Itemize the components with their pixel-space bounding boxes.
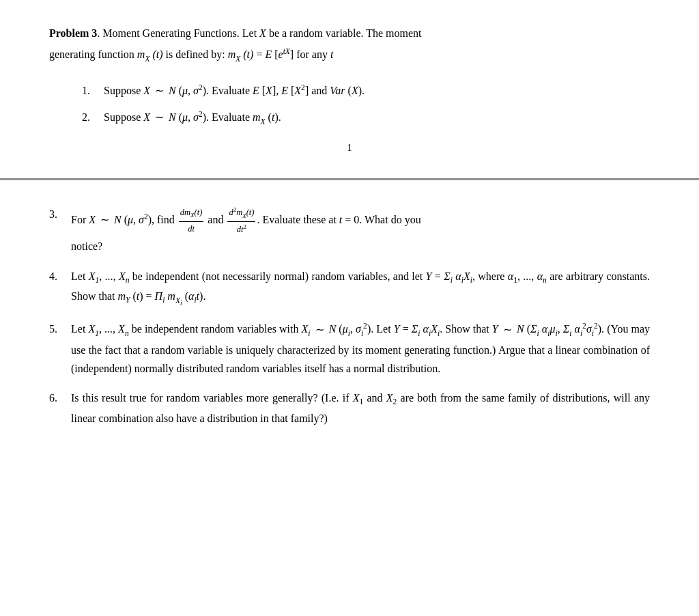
page-number: 1 xyxy=(49,142,650,154)
mx-def: m xyxy=(137,48,145,60)
bracket-close: ] xyxy=(290,48,294,60)
item-1-content: Suppose X ∼ N (μ, σ2). Evaluate E [X], E… xyxy=(104,81,365,100)
item-num-1: 1. xyxy=(82,81,98,100)
list-item-1: 1. Suppose X ∼ N (μ, σ2). Evaluate E [X]… xyxy=(82,81,650,100)
item-num-6: 6. xyxy=(49,389,66,407)
for-any-t: for any xyxy=(296,48,330,60)
items-list: 1. Suppose X ∼ N (μ, σ2). Evaluate E [X]… xyxy=(49,81,650,129)
list-item-5: 5. Let X1, ..., Xn be independent random… xyxy=(49,320,650,377)
equals: = xyxy=(256,48,265,60)
var-t: t xyxy=(330,48,333,60)
list-item-3: 3. For X ∼ N (μ, σ2), find dmX(t) dt and… xyxy=(49,205,650,255)
item-num-5: 5. xyxy=(49,320,66,338)
page-num-text: 1 xyxy=(347,142,352,153)
intro-gen: generating function xyxy=(49,48,137,60)
item-2-content: Suppose X ∼ N (μ, σ2). Evaluate mX (t). xyxy=(104,108,281,128)
mx-eq: m xyxy=(228,48,236,60)
problem-label: Problem 3 xyxy=(49,27,97,39)
intro-line-1: Problem 3. Moment Generating Functions. … xyxy=(49,25,650,42)
bottom-items-list: 3. For X ∼ N (μ, σ2), find dmX(t) dt and… xyxy=(49,205,650,428)
intro-be: be a random variable. The moment xyxy=(269,27,422,39)
item-num-2: 2. xyxy=(82,108,98,126)
intro-defined: is defined by: xyxy=(166,48,228,60)
item-num-3: 3. xyxy=(49,205,66,223)
etX-sup: tX xyxy=(283,47,290,55)
fraction-second: d2mX(t) dt2 xyxy=(227,205,255,237)
intro-dot: . xyxy=(97,27,100,39)
fraction-first: dmX(t) dt xyxy=(179,206,204,236)
list-item-6: 6. Is this result true for random variab… xyxy=(49,389,650,428)
intro-line-2: generating function mX (t) is defined by… xyxy=(49,45,650,65)
mx-sub2: X xyxy=(236,54,240,62)
mx-sub: X xyxy=(145,54,149,62)
var-X: X xyxy=(259,27,266,39)
item-5-content: Let X1, ..., Xn be independent random va… xyxy=(71,320,650,377)
mx-t2: (t) xyxy=(243,48,253,60)
page-top: Problem 3. Moment Generating Functions. … xyxy=(0,0,699,178)
item-num-4: 4. xyxy=(49,267,66,285)
item-4-content: Let X1, ..., Xn be independent (not nece… xyxy=(71,267,650,309)
intro-mgf: Moment Generating Functions. Let xyxy=(102,27,259,39)
mx-t: (t) xyxy=(152,48,162,60)
item-3-content: For X ∼ N (μ, σ2), find dmX(t) dt and d2… xyxy=(71,205,650,255)
etX: e xyxy=(279,48,283,60)
problem-header: Problem 3. Moment Generating Functions. … xyxy=(49,25,650,65)
page-bottom: 3. For X ∼ N (μ, σ2), find dmX(t) dt and… xyxy=(0,180,699,463)
list-item-2: 2. Suppose X ∼ N (μ, σ2). Evaluate mX (t… xyxy=(82,108,650,128)
item-6-content: Is this result true for random variables… xyxy=(71,389,650,428)
E-bracket: E xyxy=(265,48,272,60)
list-item-4: 4. Let X1, ..., Xn be independent (not n… xyxy=(49,267,650,309)
